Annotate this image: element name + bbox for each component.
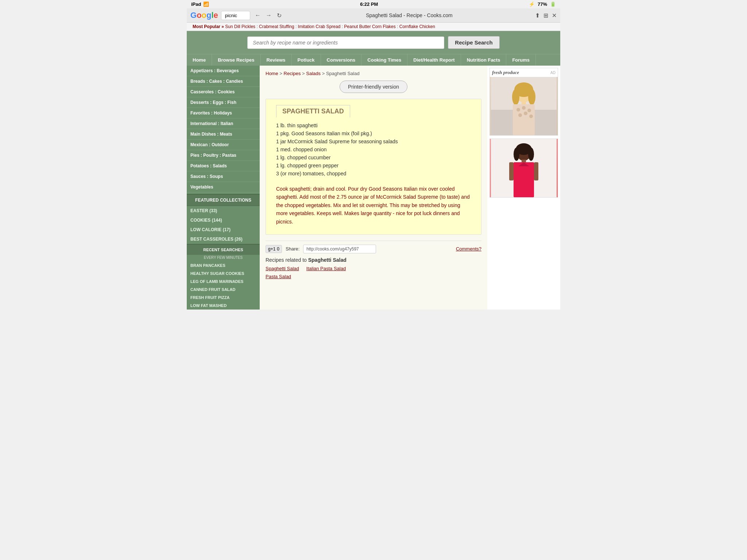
featured-collections-header: FEATURED COLLECTIONS (187, 194, 260, 206)
recent-sugar-cookies[interactable]: HEALTHY SUGAR COOKIES (187, 269, 260, 277)
sidebar-mexican[interactable]: Mexican : Outdoor (187, 140, 260, 150)
breadcrumb-recipes[interactable]: Recipes (284, 71, 301, 76)
search-input[interactable] (247, 36, 444, 49)
ad-label: fresh produce (492, 70, 519, 75)
svg-point-12 (524, 112, 527, 115)
close-button[interactable]: ✕ (552, 12, 557, 19)
related-link-2[interactable]: Italian Pasta Salad (306, 266, 346, 271)
gplus-count: 0 (277, 246, 279, 252)
clock: 6:22 PM (360, 1, 378, 7)
status-bar: iPad 📶 6:22 PM ⚡ 77% 🔋 (187, 0, 560, 8)
ad-column: fresh produce AD (487, 66, 560, 310)
url-bar[interactable]: picnic (221, 11, 250, 20)
recent-lamb[interactable]: LEG OF LAMB MARINADES (187, 277, 260, 285)
sidebar-potatoes[interactable]: Potatoes : Salads (187, 161, 260, 171)
sidebar-sauces[interactable]: Sauces : Soups (187, 171, 260, 182)
related-recipe-name: Spaghetti Salad (308, 257, 347, 263)
share-label: Share: (286, 246, 299, 252)
sidebar-appetizers[interactable]: Appetizers : Beverages (187, 66, 260, 76)
ad-svg-1 (490, 77, 558, 135)
nav-browse-recipes[interactable]: Browse Recipes (212, 54, 260, 66)
breadcrumb-salads[interactable]: Salads (306, 71, 321, 76)
status-right: ⚡ 77% 🔋 (529, 1, 556, 7)
related-links: Spaghetti Salad Italian Pasta Salad (266, 266, 481, 271)
svg-rect-22 (509, 162, 514, 180)
popular-link-4[interactable]: Peanut Butter Corn Flakes (344, 24, 395, 29)
main-content: Home > Recipes > Salads > Spaghetti Sala… (260, 66, 487, 310)
recipe-ingredients: 1 lb. thin spaghetti 1 pkg. Good Seasons… (273, 117, 474, 182)
collection-cookies[interactable]: COOKIES (144) (187, 215, 260, 225)
gplus-button[interactable]: g+1 0 (266, 245, 282, 253)
sidebar-favorites[interactable]: Favorites : Holidays (187, 108, 260, 118)
wifi-icon: 📶 (203, 1, 209, 7)
site-wrapper: Most Popular » Sun Dill Pickles : Crabme… (187, 23, 560, 310)
popular-bar: Most Popular » Sun Dill Pickles : Crabme… (187, 23, 560, 31)
sidebar-breads[interactable]: Breads : Cakes : Candies (187, 76, 260, 87)
search-area: Recipe Search (187, 31, 560, 54)
related-link-3[interactable]: Pasta Salad (266, 274, 291, 279)
sidebar-desserts[interactable]: Desserts : Eggs : Fish (187, 97, 260, 108)
ingredient-4: 1 med. chopped onion (276, 145, 471, 153)
recipe-instructions: Cook spaghetti; drain and cool. Pour dry… (273, 182, 474, 227)
popular-link-2[interactable]: Crabmeat Stuffing (259, 24, 294, 29)
related-link-1[interactable]: Spaghetti Salad (266, 266, 299, 271)
nav-bar: Home Browse Recipes Reviews Potluck Conv… (187, 54, 560, 66)
recent-searches-sub: EVERY FEW MINUTES (187, 255, 260, 261)
popular-link-3[interactable]: Imitation Crab Spread (298, 24, 341, 29)
print-button[interactable]: Printer-friendly version (340, 81, 407, 93)
tab-search-button[interactable]: ⊞ (543, 12, 548, 19)
ad-svg-2 (490, 139, 558, 197)
sidebar: Appetizers : Beverages Breads : Cakes : … (187, 66, 260, 310)
sidebar-vegetables[interactable]: Vegetables (187, 182, 260, 192)
browser-chrome: Google picnic ← → ↻ Spaghetti Salad - Re… (187, 8, 560, 23)
ingredient-2: 1 pkg. Good Seasons Italian mix (foil pk… (276, 129, 471, 137)
nav-nutrition[interactable]: Nutrition Facts (461, 54, 507, 66)
back-button[interactable]: ← (253, 11, 263, 19)
collection-casseroles[interactable]: BEST CASSEROLES (26) (187, 234, 260, 244)
svg-point-17 (514, 148, 519, 161)
ad-box-1: fresh produce AD (489, 68, 558, 136)
svg-point-11 (518, 113, 522, 117)
nav-diet-health[interactable]: Diet/Health Report (407, 54, 461, 66)
recent-low-fat[interactable]: LOW FAT MASHED (187, 302, 260, 310)
nav-home[interactable]: Home (187, 54, 212, 66)
recent-fruit-pizza[interactable]: FRESH FRUIT PIZZA (187, 293, 260, 302)
refresh-button[interactable]: ↻ (275, 11, 283, 20)
comments-link[interactable]: Comments? (456, 246, 481, 252)
svg-point-5 (528, 89, 535, 105)
search-button[interactable]: Recipe Search (448, 36, 499, 49)
nav-potluck[interactable]: Potluck (292, 54, 321, 66)
popular-link-1[interactable]: Sun Dill Pickles (225, 24, 255, 29)
share-url-input[interactable] (303, 245, 376, 253)
nav-cooking-times[interactable]: Cooking Times (361, 54, 407, 66)
forward-button[interactable]: → (264, 11, 274, 19)
sidebar-casseroles[interactable]: Casseroles : Cookies (187, 87, 260, 97)
breadcrumb: Home > Recipes > Salads > Spaghetti Sala… (266, 71, 481, 76)
nav-reviews[interactable]: Reviews (261, 54, 292, 66)
browser-actions: ⬆ ⊞ ✕ (535, 12, 557, 19)
ingredient-3: 1 jar McCormick Salad Supreme for season… (276, 137, 471, 145)
sidebar-pies[interactable]: Pies : Poultry : Pastas (187, 150, 260, 161)
ad-image-2[interactable] (490, 139, 558, 197)
nav-conversions[interactable]: Conversions (321, 54, 362, 66)
svg-point-8 (516, 108, 520, 112)
ad-image-1[interactable] (490, 77, 558, 135)
ingredient-7: 3 (or more) tomatoes, chopped (276, 170, 471, 178)
collection-low-calorie[interactable]: LOW CALORIE (17) (187, 225, 260, 234)
sidebar-main-dishes[interactable]: Main Dishes : Meats (187, 129, 260, 140)
breadcrumb-home[interactable]: Home (266, 71, 278, 76)
recent-canned-fruit[interactable]: CANNED FRUIT SALAD (187, 285, 260, 293)
popular-link-5[interactable]: Cornflake Chicken (399, 24, 435, 29)
collection-easter[interactable]: EASTER (33) (187, 206, 260, 215)
recent-bran[interactable]: BRAN PANCAKES (187, 261, 260, 269)
svg-point-13 (529, 114, 533, 118)
sidebar-international[interactable]: International : Italian (187, 118, 260, 129)
share-button[interactable]: ⬆ (535, 12, 540, 19)
most-popular-label: Most Popular » (193, 24, 224, 29)
content-layout: Appetizers : Beverages Breads : Cakes : … (187, 66, 560, 310)
ingredient-5: 1 lg. chopped cucumber (276, 153, 471, 162)
nav-forums[interactable]: Forums (506, 54, 536, 66)
battery-icon: 🔋 (550, 1, 556, 7)
ad-tag: AD (550, 71, 556, 75)
related-prefix: Recipes related to (266, 257, 308, 263)
